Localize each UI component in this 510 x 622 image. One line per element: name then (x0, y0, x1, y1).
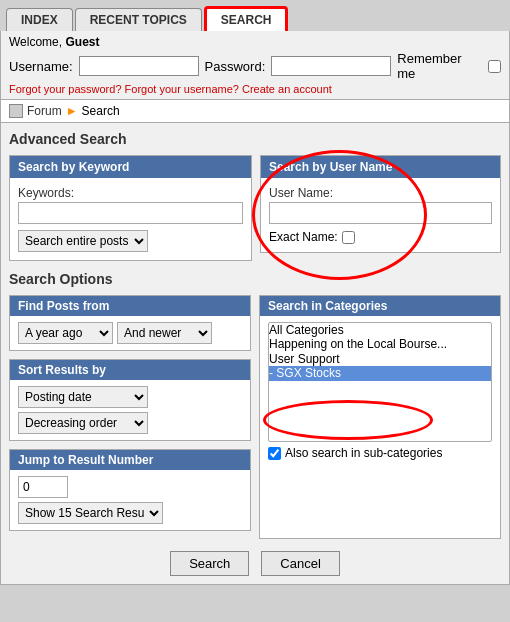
breadcrumb: Forum ► Search (0, 100, 510, 123)
forgot-password-link[interactable]: Forgot your password? (9, 83, 122, 95)
jump-input[interactable] (18, 476, 68, 498)
password-label: Password: (205, 59, 266, 74)
cat-user-support[interactable]: User Support (269, 352, 491, 366)
cat-happening[interactable]: Happening on the Local Bourse... (269, 337, 491, 351)
breadcrumb-separator: ► (66, 104, 78, 118)
keyword-panel-body: Keywords: Search entire posts (10, 178, 251, 260)
login-bar: Welcome, Guest Username: Password: Remem… (0, 31, 510, 100)
keywords-input[interactable] (18, 202, 243, 224)
cat-all[interactable]: All Categories (269, 323, 491, 337)
jump-body: Show 15 Search Results Show 10 Search Re… (10, 470, 250, 530)
options-left: Find Posts from A year ago 6 months ago … (9, 295, 251, 539)
advanced-search-title: Advanced Search (9, 131, 501, 147)
find-posts-row: A year ago 6 months ago 3 months ago 1 m… (18, 322, 242, 344)
username-field-input[interactable] (269, 202, 492, 224)
username-label: Username: (9, 59, 73, 74)
exact-name-row: Exact Name: (269, 230, 492, 244)
search-button[interactable]: Search (170, 551, 249, 576)
find-posts-body: A year ago 6 months ago 3 months ago 1 m… (10, 316, 250, 350)
search-options-section: Search Options Find Posts from A year ag… (9, 271, 501, 539)
forgot-username-link[interactable]: Forgot your username? (125, 83, 239, 95)
keywords-label: Keywords: (18, 186, 243, 200)
username-field-label: User Name: (269, 186, 492, 200)
categories-panel: Search in Categories All Categories Happ… (259, 295, 501, 539)
keyword-panel: Search by Keyword Keywords: Search entir… (9, 155, 252, 261)
newer-select[interactable]: And newer And older (117, 322, 212, 344)
username-panel-header: Search by User Name (261, 156, 500, 178)
tab-index[interactable]: INDEX (6, 8, 73, 31)
tab-recent-topics[interactable]: RECENT TOPICS (75, 8, 202, 31)
username-panel-body: User Name: Exact Name: (261, 178, 500, 252)
sort-by-select[interactable]: Posting date Relevance Title (18, 386, 148, 408)
content-area: Advanced Search Search by Keyword Keywor… (0, 123, 510, 585)
also-search-checkbox[interactable] (268, 447, 281, 460)
cancel-button[interactable]: Cancel (261, 551, 339, 576)
username-panel-wrapper: Search by User Name User Name: Exact Nam… (260, 155, 501, 261)
breadcrumb-search: Search (82, 104, 120, 118)
sort-results-panel: Sort Results by Posting date Relevance T… (9, 359, 251, 441)
username-input[interactable] (79, 56, 199, 76)
exact-name-label: Exact Name: (269, 230, 338, 244)
remember-label: Remember me (397, 51, 482, 81)
find-posts-header: Find Posts from (10, 296, 250, 316)
main-container: INDEX RECENT TOPICS SEARCH Welcome, Gues… (0, 0, 510, 585)
keyword-panel-header: Search by Keyword (10, 156, 251, 178)
create-account-link[interactable]: Create an account (242, 83, 332, 95)
jump-header: Jump to Result Number (10, 450, 250, 470)
username-panel: Search by User Name User Name: Exact Nam… (260, 155, 501, 253)
categories-list[interactable]: All Categories Happening on the Local Bo… (268, 322, 492, 442)
breadcrumb-icon (9, 104, 23, 118)
jump-panel: Jump to Result Number Show 15 Search Res… (9, 449, 251, 531)
remember-checkbox[interactable] (488, 60, 501, 73)
search-entire-select[interactable]: Search entire posts (18, 230, 148, 252)
from-select[interactable]: A year ago 6 months ago 3 months ago 1 m… (18, 322, 113, 344)
options-row: Find Posts from A year ago 6 months ago … (9, 295, 501, 539)
guest-name: Guest (65, 35, 99, 49)
search-panels: Search by Keyword Keywords: Search entir… (9, 155, 501, 261)
also-search-row: Also search in sub-categories (268, 446, 492, 460)
sort-results-header: Sort Results by (10, 360, 250, 380)
tab-search[interactable]: SEARCH (204, 6, 289, 31)
exact-name-checkbox[interactable] (342, 231, 355, 244)
search-options-title: Search Options (9, 271, 501, 287)
password-input[interactable] (271, 56, 391, 76)
show-results-select[interactable]: Show 15 Search Results Show 10 Search Re… (18, 502, 163, 524)
order-select[interactable]: Decreasing order Increasing order (18, 412, 148, 434)
find-posts-panel: Find Posts from A year ago 6 months ago … (9, 295, 251, 351)
cat-sgx-stocks[interactable]: - SGX Stocks (269, 366, 491, 380)
bottom-buttons: Search Cancel (9, 551, 501, 576)
tab-bar: INDEX RECENT TOPICS SEARCH (0, 0, 510, 31)
also-search-label: Also search in sub-categories (285, 446, 442, 460)
welcome-text: Welcome, Guest (9, 35, 100, 49)
categories-body: All Categories Happening on the Local Bo… (260, 316, 500, 466)
options-right: Search in Categories All Categories Happ… (259, 295, 501, 539)
breadcrumb-forum[interactable]: Forum (27, 104, 62, 118)
sort-results-body: Posting date Relevance Title Decreasing … (10, 380, 250, 440)
categories-header: Search in Categories (260, 296, 500, 316)
forgot-links: Forgot your password? Forgot your userna… (9, 83, 501, 95)
